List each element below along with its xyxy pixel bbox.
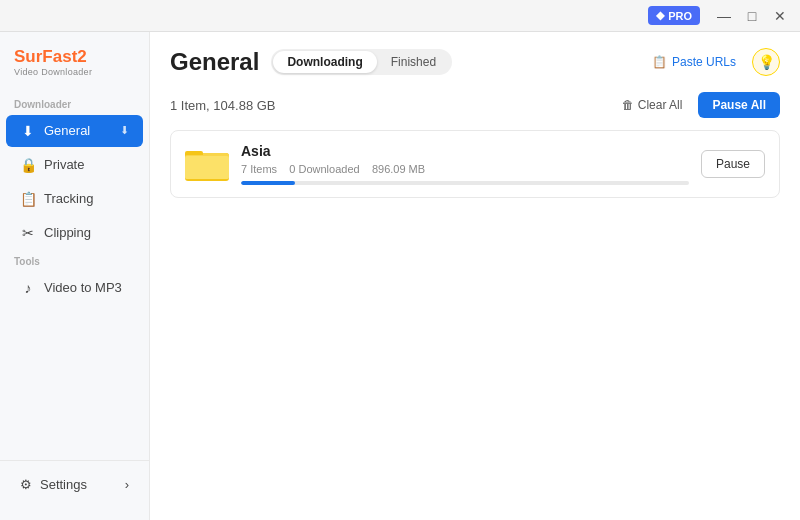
sidebar-item-general[interactable]: ⬇ General ⬇ [6,115,143,147]
tab-downloading[interactable]: Downloading [273,51,376,73]
minimize-button[interactable]: — [712,4,736,28]
content-toolbar: 1 Item, 104.88 GB 🗑 Clear All Pause All [170,92,780,118]
paste-icon: 📋 [652,55,667,69]
download-item: Asia 7 Items 0 Downloaded 896.09 MB Paus… [170,130,780,198]
sidebar-item-tracking[interactable]: 📋 Tracking [6,183,143,215]
pro-badge[interactable]: ◆ PRO [648,6,700,25]
trash-icon: 🗑 [622,98,634,112]
app-body: SurFast2 Video Downloader Downloader ⬇ G… [0,32,800,520]
progress-bar-background [241,181,689,185]
clear-all-button[interactable]: 🗑 Clear All [614,93,691,117]
main-content: General Downloading Finished 📋 Paste URL… [150,32,800,520]
svg-rect-4 [185,156,229,179]
logo-subtitle: Video Downloader [14,67,135,77]
maximize-button[interactable]: □ [740,4,764,28]
main-header-left: General Downloading Finished [170,48,452,76]
sidebar-item-private[interactable]: 🔒 Private [6,149,143,181]
downloader-section-label: Downloader [0,93,149,114]
main-header: General Downloading Finished 📋 Paste URL… [170,48,780,76]
download-info: Asia 7 Items 0 Downloaded 896.09 MB [241,143,689,185]
sidebar-bottom: ⚙ Settings › [0,460,149,508]
sidebar: SurFast2 Video Downloader Downloader ⬇ G… [0,32,150,520]
logo-title: SurFast2 [14,48,135,67]
folder-icon [185,145,229,183]
item-count: 1 Item, 104.88 GB [170,98,276,113]
tracking-icon: 📋 [20,191,36,207]
sidebar-item-clipping[interactable]: ✂ Clipping [6,217,143,249]
download-name: Asia [241,143,689,159]
lightbulb-icon: 💡 [758,54,775,70]
music-icon: ♪ [20,280,36,296]
title-bar: ◆ PRO — □ ✕ [0,0,800,32]
app-logo: SurFast2 Video Downloader [0,44,149,93]
download-icon: ⬇ [20,123,36,139]
lightbulb-button[interactable]: 💡 [752,48,780,76]
settings-item[interactable]: ⚙ Settings › [6,469,143,500]
pro-diamond-icon: ◆ [656,9,664,22]
tab-group: Downloading Finished [271,49,452,75]
main-header-right: 📋 Paste URLs 💡 [646,48,780,76]
tools-section-label: Tools [0,250,149,271]
clipping-icon: ✂ [20,225,36,241]
toolbar-actions: 🗑 Clear All Pause All [614,92,780,118]
paste-urls-button[interactable]: 📋 Paste URLs [646,51,742,73]
tab-finished[interactable]: Finished [377,51,450,73]
download-meta: 7 Items 0 Downloaded 896.09 MB [241,163,689,175]
sidebar-item-video-to-mp3[interactable]: ♪ Video to MP3 [6,272,143,304]
general-badge-icon: ⬇ [120,124,129,137]
progress-bar-fill [241,181,295,185]
close-button[interactable]: ✕ [768,4,792,28]
settings-left: ⚙ Settings [20,477,87,492]
page-title: General [170,48,259,76]
settings-gear-icon: ⚙ [20,477,32,492]
pause-button[interactable]: Pause [701,150,765,178]
pause-all-button[interactable]: Pause All [698,92,780,118]
settings-chevron-icon: › [125,477,129,492]
lock-icon: 🔒 [20,157,36,173]
